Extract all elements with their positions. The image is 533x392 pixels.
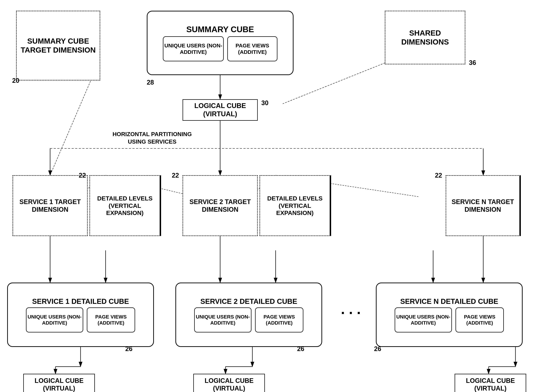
serviceN-target-dimension: SERVICE N TARGET DIMENSION bbox=[446, 175, 521, 236]
s1-unique-users: UNIQUE USERS (NON-ADDITIVE) bbox=[26, 308, 83, 332]
label-26c: 26 bbox=[374, 345, 381, 353]
label-22a: 22 bbox=[79, 172, 86, 179]
label-26b: 26 bbox=[297, 345, 304, 353]
diagram: SUMMARY CUBE TARGET DIMENSION 20 SUMMARY… bbox=[0, 0, 533, 392]
label-26a: 26 bbox=[125, 345, 132, 353]
s1-page-views: PAGE VIEWS (ADDITIVE) bbox=[87, 308, 135, 332]
label-36: 36 bbox=[469, 59, 476, 66]
service2-detailed-cube: SERVICE 2 DETAILED CUBE UNIQUE USERS (NO… bbox=[175, 283, 322, 347]
s2-unique-users: UNIQUE USERS (NON-ADDITIVE) bbox=[194, 308, 251, 332]
logical-cube-1: LOGICAL CUBE (VIRTUAL) bbox=[23, 374, 95, 392]
s2-page-views: PAGE VIEWS (ADDITIVE) bbox=[255, 308, 303, 332]
logical-cube-top: LOGICAL CUBE (VIRTUAL) bbox=[183, 99, 258, 121]
sN-page-views: PAGE VIEWS (ADDITIVE) bbox=[456, 308, 504, 332]
label-22c: 22 bbox=[435, 172, 442, 179]
service1-detailed-cube: SERVICE 1 DETAILED CUBE UNIQUE USERS (NO… bbox=[7, 283, 154, 347]
sN-unique-users: UNIQUE USERS (NON-ADDITIVE) bbox=[395, 308, 452, 332]
label-28: 28 bbox=[147, 79, 154, 86]
horizontal-partitioning-label: HORIZONTAL PARTITIONING USING SERVICES bbox=[107, 131, 197, 145]
shared-dimensions-box: SHARED DIMENSIONS bbox=[385, 11, 465, 64]
service2-target-dimension: SERVICE 2 TARGET DIMENSION bbox=[183, 175, 258, 236]
detailed-levels-2: DETAILED LEVELS (VERTICAL EXPANSION) bbox=[259, 175, 331, 236]
detailed-levels-1: DETAILED LEVELS (VERTICAL EXPANSION) bbox=[90, 175, 161, 236]
summary-cube-box: SUMMARY CUBE UNIQUE USERS (NON-ADDITIVE)… bbox=[147, 11, 293, 75]
logical-cube-2: LOGICAL CUBE (VIRTUAL) bbox=[193, 374, 265, 392]
unique-users-top: UNIQUE USERS (NON-ADDITIVE) bbox=[163, 36, 224, 61]
logical-cube-N: LOGICAL CUBE (VIRTUAL) bbox=[455, 374, 526, 392]
dots-separator: · · · bbox=[333, 304, 369, 322]
page-views-top: PAGE VIEWS (ADDITIVE) bbox=[227, 36, 277, 61]
label-20: 20 bbox=[12, 77, 19, 84]
label-30: 30 bbox=[261, 99, 269, 107]
service1-target-dimension: SERVICE 1 TARGET DIMENSION bbox=[13, 175, 88, 236]
serviceN-detailed-cube: SERVICE N DETAILED CUBE UNIQUE USERS (NO… bbox=[376, 283, 523, 347]
summary-cube-target-dimension-box: SUMMARY CUBE TARGET DIMENSION bbox=[16, 11, 100, 80]
label-22b: 22 bbox=[172, 172, 179, 179]
